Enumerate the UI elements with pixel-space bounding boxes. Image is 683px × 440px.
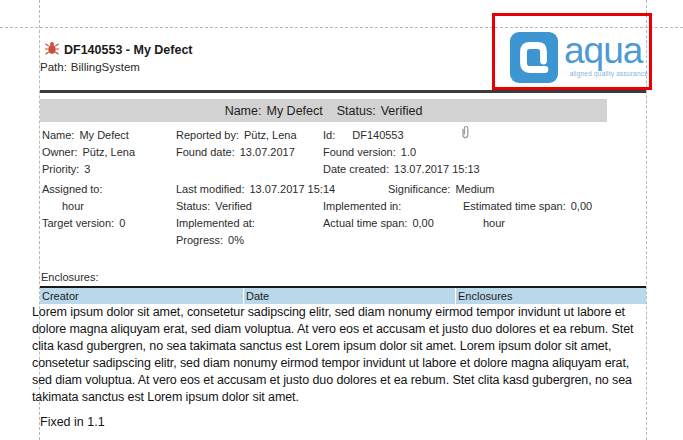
field-id-label: Id: (323, 129, 352, 141)
enclosures-section-label: Enclosures: (41, 271, 98, 283)
bug-icon (44, 41, 60, 59)
field-id-value: DF140553 (352, 129, 403, 141)
field-priority-label: Priority: (42, 163, 84, 175)
field-significance-label: Significance: (388, 183, 455, 195)
field-date-created-label: Date created: (323, 163, 394, 175)
enclosures-col-creator: Creator (42, 290, 79, 302)
field-last-modified: Last modified:13.07.2017 15:14 (176, 183, 335, 195)
enclosures-col-separator (455, 288, 456, 304)
field-priority: Priority:3 (42, 163, 90, 175)
enclosures-col-date: Date (246, 290, 269, 302)
field-target-version: Target version:0 (42, 217, 125, 229)
field-implemented-in-label: Implemented in: (323, 200, 406, 212)
field-found-version-label: Found version: (323, 146, 401, 158)
field-hour-unit-right: hour (483, 217, 505, 229)
field-actual-time-span-value: 0,00 (412, 217, 433, 229)
enclosures-col-separator (243, 288, 244, 304)
summary-bar: Name: My Defect Status: Verified (40, 99, 607, 122)
field-assigned-to: Assigned to: (42, 183, 108, 195)
field-estimated-time-span-label: Estimated time span: (463, 200, 571, 212)
field-id: Id:DF140553 (323, 129, 404, 141)
field-assigned-to-label: Assigned to: (42, 183, 108, 195)
field-name: Name:My Defect (42, 129, 129, 141)
field-found-version: Found version:1.0 (323, 146, 416, 158)
field-significance: Significance:Medium (388, 183, 495, 195)
field-found-date-label: Found date: (176, 146, 240, 158)
attachment-paperclip-icon (461, 125, 470, 144)
field-target-version-label: Target version: (42, 217, 119, 229)
field-date-created-value: 13.07.2017 15:13 (394, 163, 480, 175)
field-found-date: Found date:13.07.2017 (176, 146, 295, 158)
field-implemented-at-label: Implemented at: (176, 217, 260, 229)
field-last-modified-value: 13.07.2017 15:14 (249, 183, 335, 195)
field-found-version-value: 1.0 (401, 146, 416, 158)
field-owner-label: Owner: (42, 146, 82, 158)
field-significance-value: Medium (455, 183, 494, 195)
field-target-version-value: 0 (119, 217, 125, 229)
field-estimated-time-span-value: 0,00 (571, 200, 592, 212)
enclosures-table-header: Creator Date Enclosures (40, 286, 646, 304)
aqua-logo-tagline: aligned quality assurance (556, 70, 648, 77)
path-value: BillingSystem (71, 61, 140, 73)
summary-name-label: Name: (225, 104, 262, 118)
path-label: Path: (40, 61, 67, 73)
field-owner-value: Pütz, Lena (82, 146, 135, 158)
aqua-logo-wordmark: aqua (564, 32, 642, 69)
field-last-modified-label: Last modified: (176, 183, 249, 195)
field-reported-by-value: Pütz, Lena (244, 129, 297, 141)
report-preview-page: DF140553 - My Defect Path:BillingSystem … (0, 0, 683, 440)
field-reported-by-label: Reported by: (176, 129, 244, 141)
field-actual-time-span-label: Actual time span: (323, 217, 412, 229)
field-estimated-time-span: Estimated time span:0,00 (463, 200, 592, 212)
field-name-label: Name: (42, 129, 79, 141)
field-date-created: Date created:13.07.2017 15:13 (323, 163, 480, 175)
defect-title: DF140553 - My Defect (64, 43, 193, 57)
field-priority-value: 3 (84, 163, 90, 175)
aqua-logo-icon (510, 32, 558, 83)
enclosures-col-enclosures: Enclosures (458, 290, 512, 302)
field-progress: Progress:0% (176, 234, 244, 246)
field-implemented-at: Implemented at: (176, 217, 260, 229)
field-name-value: My Defect (79, 129, 129, 141)
field-hour-unit-left: hour (62, 200, 84, 212)
header-divider (40, 90, 646, 93)
field-found-date-value: 13.07.2017 (240, 146, 295, 158)
summary-status-label: Status: (337, 104, 376, 118)
field-status: Status:Verified (176, 200, 252, 212)
field-actual-time-span: Actual time span:0,00 (323, 217, 434, 229)
field-progress-label: Progress: (176, 234, 228, 246)
field-status-label: Status: (176, 200, 215, 212)
field-progress-value: 0% (228, 234, 244, 246)
summary-name-value: My Defect (266, 104, 322, 118)
field-reported-by: Reported by:Pütz, Lena (176, 129, 297, 141)
field-status-value: Verified (215, 200, 252, 212)
field-owner: Owner:Pütz, Lena (42, 146, 135, 158)
margin-guide-top (0, 27, 683, 28)
fixed-in-note: Fixed in 1.1 (40, 415, 105, 429)
summary-status-value: Verified (381, 104, 423, 118)
field-implemented-in: Implemented in: (323, 200, 406, 212)
defect-path: Path:BillingSystem (40, 61, 140, 73)
defect-description: Lorem ipsum dolor sit amet, consetetur s… (32, 304, 649, 406)
